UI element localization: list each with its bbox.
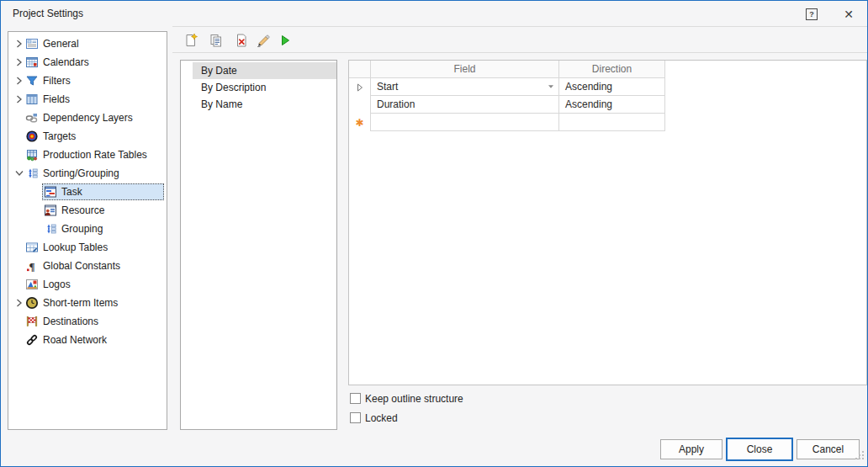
chevron-right-icon[interactable] (13, 95, 25, 103)
resize-grip[interactable] (855, 448, 865, 464)
delete-icon (234, 33, 249, 51)
sidebar-item-label: Road Network (43, 334, 107, 346)
new-item-button[interactable] (181, 32, 201, 52)
field-value: Start (377, 81, 398, 93)
close-dialog-button[interactable]: Close (726, 438, 793, 461)
sidebar-item-task[interactable]: Task (8, 183, 167, 201)
sidebar-item-label: Short-term Items (43, 297, 118, 309)
field-cell[interactable]: Duration (371, 96, 559, 114)
direction-cell[interactable] (559, 114, 665, 131)
project-settings-dialog: Project Settings ? ✕ General Calendars (0, 0, 868, 467)
sidebar-item-road-network[interactable]: Road Network (8, 331, 167, 349)
row-selector[interactable] (349, 78, 371, 96)
table-row: Duration Ascending (349, 96, 665, 114)
keep-outline-structure-checkbox[interactable] (350, 393, 361, 404)
locked-checkbox[interactable] (350, 412, 361, 423)
help-icon: ? (809, 10, 814, 19)
production-table-icon (25, 148, 39, 162)
sidebar-item-label: Task (61, 186, 82, 198)
target-icon (25, 130, 39, 143)
new-row-marker-icon: ✱ (355, 118, 363, 128)
titlebar-divider (172, 26, 867, 27)
sidebar-item-label: Filters (43, 75, 71, 87)
run-button[interactable] (275, 32, 295, 52)
sidebar-item-short-term-items[interactable]: Short-term Items (8, 294, 167, 312)
delete-button[interactable] (231, 32, 251, 52)
sidebar-item-label: Lookup Tables (43, 241, 108, 253)
sidebar-item-destinations[interactable]: Destinations (8, 312, 167, 331)
sidebar-item-label: Logos (43, 279, 71, 290)
grid-header-row: Field Direction (349, 61, 665, 78)
sidebar-item-label: Grouping (61, 223, 103, 235)
list-item-by-description[interactable]: By Description (193, 79, 336, 96)
sidebar-item-production-rate-tables[interactable]: Production Rate Tables (8, 146, 167, 164)
selected-row-highlight[interactable]: Task (42, 183, 164, 200)
column-header-direction[interactable]: Direction (559, 61, 665, 78)
sidebar-item-label: Dependency Layers (43, 112, 133, 124)
row-selector[interactable]: ✱ (349, 114, 371, 131)
help-button[interactable]: ? (806, 8, 818, 20)
toolbar-divider (172, 52, 867, 53)
sidebar-item-label: Fields (43, 93, 70, 105)
row-selector-header (349, 61, 371, 78)
dialog-title: Project Settings (13, 8, 83, 19)
sidebar-item-label: General (43, 38, 79, 50)
dropdown-arrow-icon[interactable] (548, 84, 554, 89)
logos-image-icon (25, 278, 39, 291)
sidebar-item-filters[interactable]: Filters (8, 72, 167, 90)
sidebar-item-dependency-layers[interactable]: Dependency Layers (8, 109, 167, 127)
checkbox-label: Locked (365, 412, 398, 424)
close-icon: ✕ (844, 8, 854, 21)
form-icon (25, 37, 39, 50)
sidebar-item-logos[interactable]: Logos (8, 275, 167, 294)
close-button[interactable]: ✕ (839, 6, 858, 23)
edit-icon (256, 33, 271, 51)
column-header-field[interactable]: Field (371, 61, 559, 78)
sidebar-item-general[interactable]: General (8, 34, 167, 53)
clock-icon (25, 296, 39, 310)
list-item-by-date[interactable]: By Date (193, 62, 336, 79)
sidebar-item-label: Production Rate Tables (43, 149, 147, 161)
edit-button[interactable] (253, 32, 273, 52)
chevron-right-icon[interactable] (13, 40, 25, 48)
copy-button[interactable] (206, 32, 226, 52)
fields-icon (25, 93, 39, 106)
sidebar-item-label: Destinations (43, 316, 98, 327)
apply-button[interactable]: Apply (660, 439, 722, 459)
sidebar-item-targets[interactable]: Targets (8, 127, 167, 146)
sidebar-item-label: Sorting/Grouping (43, 167, 119, 179)
lookup-table-icon (25, 241, 39, 254)
chevron-right-icon[interactable] (13, 58, 25, 66)
field-cell[interactable]: Start (371, 78, 559, 96)
sidebar-item-fields[interactable]: Fields (8, 90, 167, 109)
dependency-icon (25, 111, 39, 125)
chain-link-icon (25, 333, 39, 347)
sidebar-item-grouping[interactable]: Grouping (8, 220, 167, 238)
sidebar-item-resource[interactable]: Resource (8, 201, 167, 220)
list-item-by-name[interactable]: By Name (193, 96, 336, 113)
sidebar-item-label: Targets (43, 130, 76, 142)
table-row: Start Ascending (349, 78, 665, 96)
chevron-down-icon[interactable] (13, 169, 25, 178)
row-selector[interactable] (349, 96, 371, 114)
direction-cell[interactable]: Ascending (559, 96, 665, 114)
keep-outline-structure-option[interactable]: Keep outline structure (350, 392, 463, 405)
new-item-icon (183, 33, 198, 51)
svg-text:¶: ¶ (29, 260, 35, 273)
sidebar-item-calendars[interactable]: Calendars (8, 53, 167, 72)
sidebar-item-lookup-tables[interactable]: Lookup Tables (8, 238, 167, 257)
direction-cell[interactable]: Ascending (559, 78, 665, 96)
settings-tree: General Calendars Filters Fields Depende… (8, 31, 167, 430)
pilcrow-icon: ¶ (25, 259, 39, 273)
locked-option[interactable]: Locked (350, 411, 398, 424)
checkered-flag-icon (25, 315, 39, 328)
sidebar-item-sorting-grouping[interactable]: Sorting/Grouping (8, 164, 167, 183)
field-cell[interactable] (371, 114, 559, 131)
sidebar-item-global-constants[interactable]: ¶ Global Constants (8, 257, 167, 275)
table-row-new: ✱ (349, 114, 665, 131)
chevron-right-icon[interactable] (13, 77, 25, 85)
sidebar-item-label: Resource (61, 204, 104, 216)
sidebar-item-label: Calendars (43, 56, 89, 68)
cancel-button[interactable]: Cancel (797, 439, 860, 459)
chevron-right-icon[interactable] (13, 299, 25, 307)
